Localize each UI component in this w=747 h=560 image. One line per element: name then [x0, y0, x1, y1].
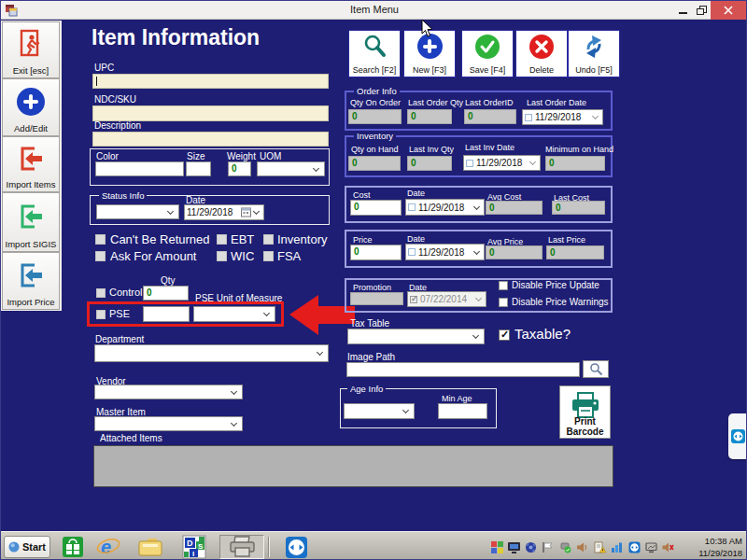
disable-price-update-checkbox[interactable]: [499, 281, 508, 290]
promotion-date-picker: 07/22/2014: [407, 291, 486, 307]
import-price-button[interactable]: Import Price: [2, 252, 60, 310]
last-cost-field: 0: [552, 201, 605, 215]
ask-for-amount-label: Ask For Amount: [110, 249, 196, 263]
file-explorer-taskbar-button[interactable]: [134, 535, 166, 559]
inventory-checkbox[interactable]: [263, 234, 274, 245]
muted-speaker-tray-icon[interactable]: [661, 540, 674, 553]
upc-input[interactable]: [92, 74, 329, 89]
qty-on-hand-label: Qty on Hand: [351, 145, 399, 154]
last-inv-date-picker[interactable]: 11/29/2018: [463, 155, 541, 171]
monitor-tray-icon[interactable]: [507, 540, 520, 553]
exit-door-icon: [19, 22, 43, 65]
chevron-down-icon: [253, 208, 260, 215]
flag-tray-icon[interactable]: [541, 540, 554, 553]
price-input[interactable]: 0: [350, 245, 402, 260]
fsa-label: FSA: [277, 249, 301, 263]
fsa-checkbox[interactable]: [263, 251, 274, 261]
date-checkbox[interactable]: [408, 248, 416, 256]
tax-table-label: Tax Table: [350, 318, 389, 329]
cost-date-picker[interactable]: 11/29/2018: [405, 199, 485, 216]
printer-app-icon: [228, 536, 256, 558]
last-order-date-picker[interactable]: 11/29/2018: [522, 109, 603, 125]
start-button[interactable]: Start: [4, 536, 50, 558]
image-path-input[interactable]: [346, 362, 580, 377]
wic-checkbox[interactable]: [217, 251, 227, 261]
sidebar: Exit [esc] Add/Edit Import Items: [1, 21, 62, 311]
notes-warning-tray-icon[interactable]: [593, 540, 606, 553]
control-checkbox[interactable]: [96, 288, 106, 298]
add-edit-button[interactable]: Add/Edit: [2, 78, 60, 136]
import-items-button[interactable]: Import Items: [2, 136, 60, 192]
exit-button[interactable]: Exit [esc]: [2, 21, 60, 78]
teamviewer-taskbar-button[interactable]: [275, 535, 317, 559]
cant-be-returned-checkbox[interactable]: [95, 234, 106, 245]
internet-explorer-taskbar-button[interactable]: e: [92, 535, 124, 559]
last-order-id-field: 0: [464, 109, 516, 124]
ebt-label: EBT: [231, 232, 254, 246]
save-button[interactable]: Save [F4]: [461, 30, 514, 77]
start-label: Start: [22, 541, 46, 553]
search-button[interactable]: Search [F2]: [348, 30, 401, 77]
avg-price-field: 0: [486, 245, 543, 259]
department-select[interactable]: [94, 344, 329, 362]
print-barcode-button[interactable]: Print Barcode: [559, 385, 611, 439]
teamviewer-edge-tab[interactable]: [728, 413, 747, 459]
title-bar: Item Menu: [1, 1, 747, 20]
printer-app-taskbar-button[interactable]: [219, 535, 264, 559]
minimize-button[interactable]: [675, 1, 692, 20]
tax-table-select[interactable]: [347, 329, 485, 344]
item-menu-window: Item Menu Exit [esc]: [0, 0, 747, 560]
last-order-date-label: Last Order Date: [527, 98, 586, 107]
taxable-checkbox[interactable]: [499, 329, 510, 341]
date-checkbox[interactable]: [466, 160, 473, 167]
qty-on-order-label: Qty On Order: [350, 98, 401, 107]
cost-input[interactable]: 0: [350, 200, 402, 216]
ask-for-amount-checkbox[interactable]: [95, 251, 106, 261]
teamviewer-tray-icon[interactable]: [627, 540, 641, 553]
close-button[interactable]: [711, 1, 746, 20]
undo-button[interactable]: Undo [F5]: [568, 30, 620, 77]
colored-squares-tray-icon[interactable]: [490, 540, 503, 553]
speaker-tray-icon[interactable]: [575, 540, 588, 553]
browse-image-button[interactable]: [583, 360, 609, 378]
control-qty-input[interactable]: 0: [143, 286, 189, 301]
attached-items-list[interactable]: [93, 445, 613, 487]
uom-select[interactable]: [257, 161, 325, 176]
internet-explorer-icon: e: [96, 536, 120, 558]
price-date-picker[interactable]: 11/29/2018: [405, 244, 485, 260]
dsi-app-taskbar-button[interactable]: D S I: [178, 535, 210, 559]
blue-cluster-tray-icon[interactable]: [524, 540, 537, 553]
maximize-button[interactable]: [694, 1, 711, 20]
blue-bars-tray-icon[interactable]: [610, 540, 623, 553]
color-input[interactable]: [95, 161, 184, 176]
status-date-picker[interactable]: 11/29/2018: [184, 204, 264, 220]
delete-button[interactable]: Delete: [515, 30, 568, 77]
date-checkbox[interactable]: [525, 114, 532, 121]
size-input[interactable]: [186, 161, 211, 176]
age-info-select[interactable]: [344, 403, 415, 419]
promotion-label: Promotion: [353, 283, 391, 292]
cant-be-returned-label: Can't Be Returned: [110, 232, 210, 246]
min-age-input[interactable]: [438, 403, 487, 419]
taskbar-divider: [268, 537, 270, 557]
status-select[interactable]: [96, 204, 179, 219]
vendor-select[interactable]: [94, 385, 243, 399]
calendar-icon: [241, 207, 251, 217]
taskbar-clock[interactable]: 10:38 AM 11/29/2018: [698, 535, 742, 559]
disable-price-warnings-checkbox[interactable]: [499, 298, 508, 307]
date-checkbox[interactable]: [408, 203, 416, 211]
master-item-select[interactable]: [94, 416, 243, 431]
network-display-tray-icon[interactable]: [644, 540, 657, 553]
ndc-sku-input[interactable]: [92, 105, 329, 121]
cost-date-label: Date: [407, 189, 425, 198]
import-sigis-button[interactable]: Import SIGIS: [2, 192, 60, 252]
weight-input[interactable]: 0: [228, 161, 251, 176]
store-taskbar-button[interactable]: [57, 535, 89, 559]
usb-eject-tray-icon[interactable]: [558, 540, 571, 553]
svg-text:S: S: [198, 542, 204, 551]
clock-date: 11/29/2018: [698, 547, 742, 559]
import-red-icon: [17, 137, 45, 179]
ebt-checkbox[interactable]: [217, 234, 227, 245]
close-icon: [724, 6, 733, 15]
description-input[interactable]: [92, 132, 329, 147]
